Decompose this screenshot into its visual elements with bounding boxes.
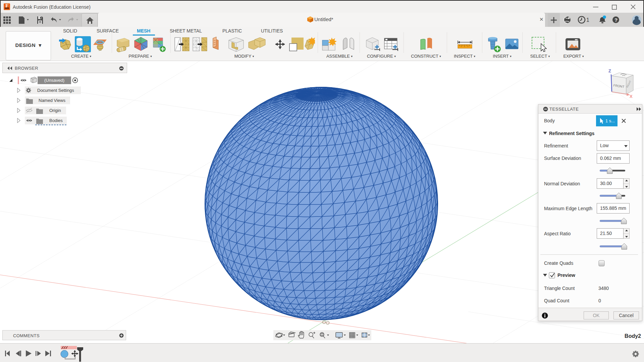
svg-text:(Unsaved): (Unsaved) xyxy=(44,78,64,83)
svg-text:?: ? xyxy=(614,17,618,23)
svg-text:Named Views: Named Views xyxy=(39,98,65,103)
svg-text:Z: Z xyxy=(608,68,611,73)
svg-text:X: X xyxy=(630,94,633,99)
svg-text:Bodies: Bodies xyxy=(49,118,63,123)
svg-text:1: 1 xyxy=(586,17,589,23)
svg-text:Document Settings: Document Settings xyxy=(37,88,74,93)
svg-text:Origin: Origin xyxy=(49,108,61,113)
